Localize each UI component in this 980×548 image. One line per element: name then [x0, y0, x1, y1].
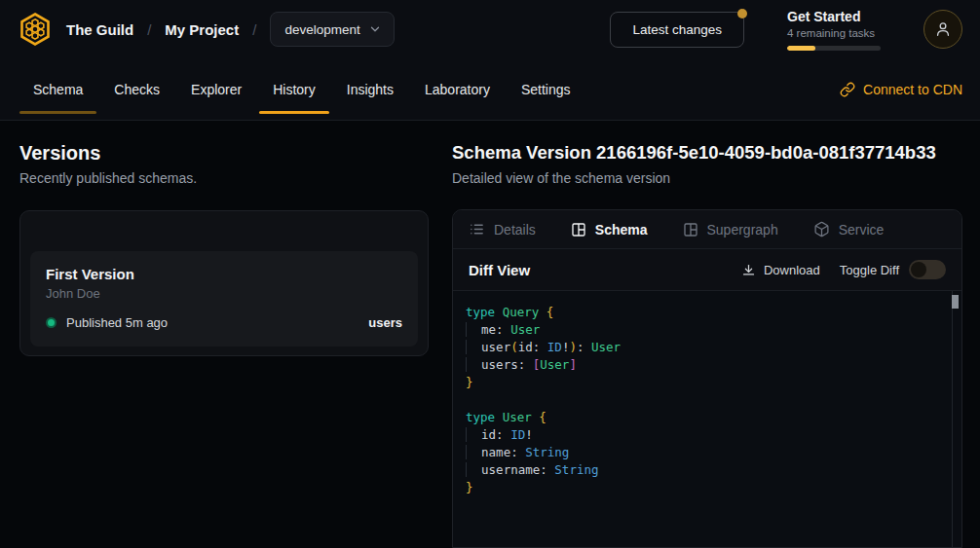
person-icon	[933, 19, 953, 39]
get-started-widget[interactable]: Get Started 4 remaining tasks	[787, 9, 881, 51]
target-select-value: development	[284, 22, 359, 37]
diff-actions: Download Toggle Diff	[741, 260, 946, 279]
user-avatar[interactable]	[923, 10, 962, 49]
scrollbar-thumb[interactable]	[952, 295, 959, 309]
latest-changes-button[interactable]: Latest changes	[610, 12, 744, 48]
detail-tab-details[interactable]: Details	[469, 221, 536, 237]
toggle-diff-control: Toggle Diff	[840, 260, 946, 279]
topbar: The Guild / My Project / development Lat…	[0, 0, 980, 58]
diff-view-header: Diff View Download Toggle Diff	[453, 249, 961, 291]
nav-tab-settings[interactable]: Settings	[506, 58, 586, 120]
versions-panel: Versions Recently published schemas. Fir…	[19, 121, 429, 356]
published-status-dot	[46, 317, 57, 328]
diff-view-title: Diff View	[469, 262, 530, 278]
code-block: type Query { me: User user(id: ID!): Use…	[466, 304, 938, 496]
version-detail-subtitle: Detailed view of the schema version	[452, 170, 962, 186]
get-started-progress	[787, 46, 881, 51]
list-icon	[469, 221, 485, 237]
hive-logo-icon[interactable]	[18, 12, 53, 47]
version-detail-title: Schema Version 2166196f-5e10-4059-bd0a-0…	[452, 142, 962, 164]
chevron-down-icon	[368, 22, 382, 36]
version-status: Published 5m ago	[66, 315, 168, 330]
breadcrumb: The Guild / My Project /	[66, 21, 256, 38]
version-list-item[interactable]: First Version John Doe Published 5m ago …	[30, 251, 418, 347]
scrollbar-track	[952, 291, 958, 547]
link-icon	[840, 82, 855, 97]
nav-tab-laboratory[interactable]: Laboratory	[409, 58, 506, 120]
get-started-subtitle: 4 remaining tasks	[787, 26, 881, 40]
nav-tabs: Schema Checks Explorer History Insights …	[18, 58, 586, 120]
version-service-badge: users	[368, 315, 402, 330]
main-nav: Schema Checks Explorer History Insights …	[0, 58, 980, 120]
toggle-diff-switch[interactable]	[909, 260, 946, 279]
detail-tab-schema[interactable]: Schema	[571, 222, 648, 237]
target-select-dropdown[interactable]: development	[270, 12, 394, 47]
cube-icon	[813, 221, 830, 237]
nav-tab-history[interactable]: History	[257, 58, 331, 120]
versions-subtitle: Recently published schemas.	[19, 170, 429, 186]
nav-tab-schema[interactable]: Schema	[18, 58, 98, 120]
versions-title: Versions	[19, 142, 429, 164]
columns-icon	[571, 222, 586, 237]
connect-to-cdn-link[interactable]: Connect to CDN	[840, 58, 962, 120]
breadcrumb-project[interactable]: My Project	[165, 21, 239, 38]
versions-list-card: First Version John Doe Published 5m ago …	[19, 210, 429, 356]
topbar-right: Latest changes Get Started 4 remaining t…	[610, 9, 962, 51]
download-icon	[741, 263, 756, 277]
schema-code-viewer[interactable]: type Query { me: User user(id: ID!): Use…	[453, 291, 961, 547]
version-name: First Version	[46, 266, 402, 282]
breadcrumb-separator: /	[147, 21, 151, 38]
schema-detail-card: Details Schema Supergraph	[452, 209, 962, 548]
top-band: The Guild / My Project / development Lat…	[0, 0, 980, 121]
version-author: John Doe	[46, 286, 402, 301]
detail-tab-supergraph[interactable]: Supergraph	[683, 222, 778, 237]
download-button[interactable]: Download	[741, 263, 820, 277]
breadcrumb-separator: /	[252, 21, 256, 38]
nav-tab-checks[interactable]: Checks	[98, 58, 175, 120]
detail-tab-service[interactable]: Service	[813, 221, 885, 237]
columns-icon	[683, 222, 698, 237]
get-started-title: Get Started	[787, 9, 881, 24]
detail-tabs: Details Schema Supergraph	[453, 210, 961, 249]
toggle-diff-label: Toggle Diff	[840, 263, 899, 277]
toggle-knob	[911, 262, 926, 277]
notification-dot	[737, 9, 747, 18]
version-detail-panel: Schema Version 2166196f-5e10-4059-bd0a-0…	[452, 121, 962, 548]
app-screen: The Guild / My Project / development Lat…	[0, 0, 980, 548]
breadcrumb-org[interactable]: The Guild	[66, 21, 133, 38]
version-status-row: Published 5m ago users	[46, 315, 402, 330]
nav-tab-explorer[interactable]: Explorer	[175, 58, 257, 120]
nav-tab-insights[interactable]: Insights	[331, 58, 409, 120]
get-started-progress-fill	[787, 46, 815, 51]
